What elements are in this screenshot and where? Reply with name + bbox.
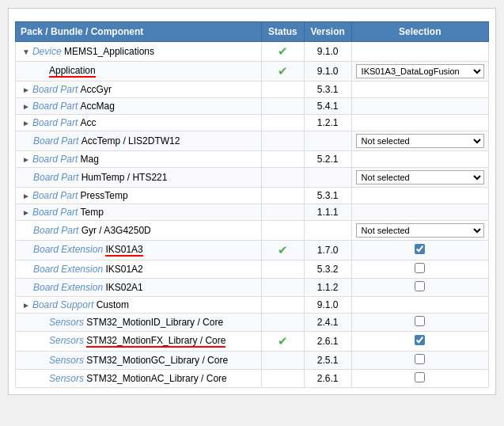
- status-check-icon: ✔: [278, 334, 288, 348]
- status-cell: [261, 261, 304, 279]
- selection-cell[interactable]: [351, 314, 488, 332]
- table-row: Board Part HumTemp / HTS221Not selectedI…: [16, 168, 489, 188]
- selection-cell[interactable]: Not selectedIKS01A3_DataLogFusion: [351, 168, 488, 188]
- status-cell: [261, 221, 304, 241]
- version-cell: 1.7.0: [304, 241, 351, 261]
- pack-cell: Sensors STM32_MotionFX_Library / Core: [16, 332, 262, 352]
- component-name: HumTemp / HTS221: [81, 172, 168, 183]
- selection-cell[interactable]: [351, 352, 488, 370]
- table-row: Board Part Gyr / A3G4250DNot selectedIKS…: [16, 221, 489, 241]
- selection-cell[interactable]: [351, 370, 488, 388]
- status-cell: ✔: [261, 332, 304, 352]
- version-cell: 5.4.1: [304, 98, 351, 115]
- expand-arrow[interactable]: ►: [22, 208, 30, 217]
- type-label: Sensors: [49, 335, 86, 346]
- header-selection: Selection: [351, 22, 488, 42]
- type-label: Board Part: [33, 172, 81, 183]
- selection-dropdown[interactable]: Not selectedIKS01A3_DataLogFusion: [356, 134, 484, 148]
- version-text: 2.4.1: [317, 317, 339, 328]
- status-cell: ✔: [261, 241, 304, 261]
- pack-cell: Board Extension IKS01A2: [16, 261, 262, 279]
- selection-cell: [351, 42, 488, 62]
- pack-cell: Sensors STM32_MotionGC_Library / Core: [16, 352, 262, 370]
- selection-cell: [351, 98, 488, 115]
- type-label: Sensors: [49, 373, 86, 384]
- table-row: ►Board Part AccGyr5.3.1: [16, 82, 489, 98]
- type-label: Board Support: [32, 299, 97, 310]
- status-cell: [261, 204, 304, 221]
- version-text: 1.7.0: [317, 245, 339, 256]
- expand-arrow[interactable]: ►: [22, 86, 30, 94]
- version-text: 5.4.1: [317, 101, 339, 112]
- selection-dropdown[interactable]: Not selectedIKS01A3_DataLogFusion: [356, 170, 484, 184]
- version-cell: 9.1.0: [304, 42, 351, 62]
- expand-arrow[interactable]: ▼: [22, 48, 30, 56]
- type-label: Device: [32, 46, 64, 57]
- selection-checkbox[interactable]: [415, 354, 425, 364]
- selection-cell[interactable]: [351, 261, 488, 279]
- selection-cell[interactable]: [351, 332, 488, 352]
- component-name: IKS01A3: [105, 245, 142, 257]
- selection-cell[interactable]: IKS01A3_DataLogFusionNot selected: [351, 62, 488, 82]
- version-cell: 2.5.1: [304, 352, 351, 370]
- expand-arrow[interactable]: ►: [22, 301, 30, 310]
- status-cell: [261, 131, 304, 151]
- version-cell: 5.3.1: [304, 82, 351, 98]
- component-name: Temp: [81, 207, 104, 218]
- expand-arrow[interactable]: ►: [22, 192, 30, 200]
- selection-checkbox[interactable]: [415, 372, 425, 382]
- table-row: Board Extension IKS01A3✔1.7.0: [16, 241, 489, 261]
- component-name: Gyr / A3G4250D: [81, 225, 151, 236]
- table-row: Application✔9.1.0IKS01A3_DataLogFusionNo…: [16, 62, 489, 82]
- status-cell: [261, 314, 304, 332]
- version-cell: 5.3.1: [304, 188, 351, 204]
- component-name: AccGyr: [81, 84, 112, 95]
- selection-dropdown[interactable]: IKS01A3_DataLogFusionNot selected: [356, 64, 484, 78]
- selection-checkbox[interactable]: [415, 335, 425, 345]
- selection-cell: [351, 151, 488, 168]
- pack-cell: ►Board Part Acc: [16, 115, 262, 131]
- version-cell: 2.4.1: [304, 314, 351, 332]
- version-cell: [304, 168, 351, 188]
- status-cell: [261, 297, 304, 314]
- selection-cell[interactable]: Not selectedIKS01A3_DataLogFusion: [351, 221, 488, 241]
- type-label: Board Part: [32, 207, 81, 218]
- selection-checkbox[interactable]: [415, 316, 425, 326]
- status-cell: [261, 188, 304, 204]
- selection-dropdown[interactable]: Not selectedIKS01A3_DataLogFusion: [356, 223, 484, 238]
- component-name: AccTemp / LIS2DTW12: [81, 135, 180, 146]
- pack-cell: ►Board Part AccGyr: [16, 82, 262, 98]
- selection-cell: [351, 82, 488, 98]
- selection-checkbox[interactable]: [415, 244, 425, 254]
- header-pack: Pack / Bundle / Component: [16, 22, 262, 42]
- type-label: Board Part: [32, 117, 81, 128]
- selection-cell[interactable]: [351, 241, 488, 261]
- version-cell: 5.3.2: [304, 261, 351, 279]
- pack-cell: Board Extension IKS01A3: [16, 241, 262, 261]
- expand-arrow[interactable]: ►: [22, 102, 30, 111]
- status-cell: ✔: [261, 62, 304, 82]
- table-row: Sensors STM32_MotionID_Library / Core2.4…: [16, 314, 489, 332]
- main-container: Pack / Bundle / Component Status Version…: [8, 8, 496, 395]
- component-name: Acc: [81, 117, 97, 128]
- selection-cell: [351, 188, 488, 204]
- selection-cell[interactable]: [351, 279, 488, 297]
- pack-table: Pack / Bundle / Component Status Version…: [15, 21, 489, 388]
- selection-checkbox[interactable]: [415, 281, 425, 291]
- pack-cell: Board Part AccTemp / LIS2DTW12: [16, 131, 262, 151]
- selection-cell[interactable]: Not selectedIKS01A3_DataLogFusion: [351, 131, 488, 151]
- status-cell: [261, 168, 304, 188]
- table-row: Board Extension IKS02A11.1.2: [16, 279, 489, 297]
- version-text: 5.3.1: [317, 190, 339, 201]
- selection-checkbox[interactable]: [415, 263, 425, 273]
- table-row: Sensors STM32_MotionGC_Library / Core2.5…: [16, 352, 489, 370]
- table-row: ►Board Part AccMag5.4.1: [16, 98, 489, 115]
- expand-arrow[interactable]: ►: [22, 155, 30, 164]
- version-cell: 1.2.1: [304, 115, 351, 131]
- component-name: Mag: [81, 154, 99, 165]
- status-cell: [261, 352, 304, 370]
- expand-arrow[interactable]: ►: [22, 119, 30, 127]
- table-row: ►Board Support Custom9.1.0: [16, 297, 489, 314]
- version-text: 1.1.1: [317, 207, 339, 218]
- pack-cell: ►Board Part Temp: [16, 204, 262, 221]
